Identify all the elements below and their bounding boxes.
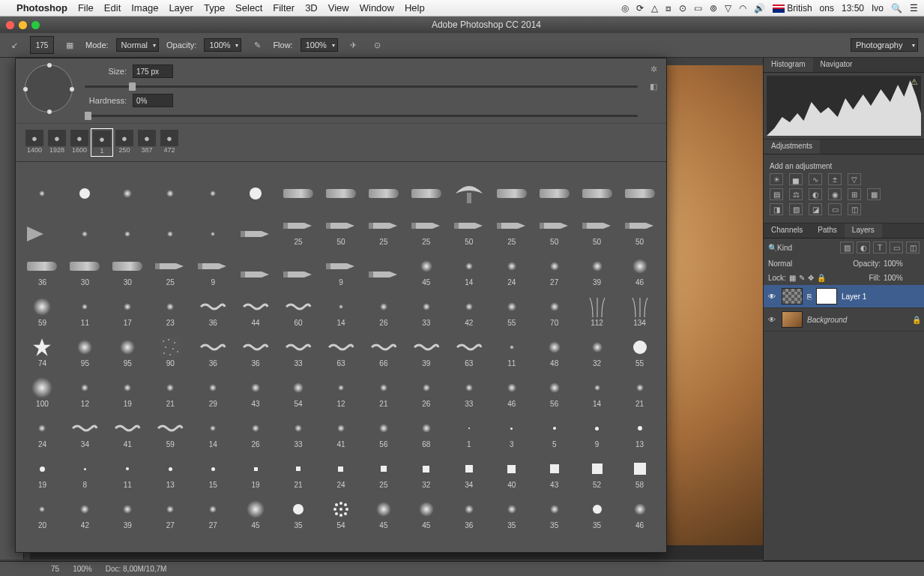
brush-settings-gear-icon[interactable]: ✲	[650, 64, 657, 74]
tab-navigator[interactable]: Navigator	[813, 58, 860, 72]
brush-preset-cell[interactable]: 41	[107, 410, 148, 448]
brush-preset-cell[interactable]: 35	[534, 490, 575, 530]
adj-photo-filter-icon[interactable]: ◉	[828, 188, 842, 200]
brush-preset-cell[interactable]: 35	[576, 490, 617, 530]
brush-preset-cell[interactable]: 11	[107, 450, 148, 489]
brush-preset-cell[interactable]: 45	[363, 490, 404, 530]
brush-preset-cell[interactable]	[278, 166, 319, 206]
recent-brush-chip[interactable]: ●1928	[46, 128, 68, 157]
brush-preset-cell[interactable]: 43	[534, 450, 575, 489]
brush-preset-cell[interactable]: 45	[405, 248, 447, 286]
brush-preset-cell[interactable]: 58	[619, 450, 660, 489]
visibility-icon[interactable]: 👁	[767, 316, 777, 324]
status-day[interactable]: ons	[820, 3, 834, 14]
brush-preset-cell[interactable]: 21	[150, 369, 191, 408]
airbrush-icon[interactable]: ✈	[345, 37, 362, 53]
menu-select[interactable]: Select	[235, 2, 262, 14]
brush-preset-cell[interactable]: 29	[193, 369, 234, 408]
brush-preset-cell[interactable]: 52	[576, 450, 617, 489]
brush-preset-cell[interactable]: 34	[448, 450, 489, 489]
filter-adj-icon[interactable]: ◐	[857, 242, 870, 254]
brush-preset-cell[interactable]: 39	[107, 490, 148, 530]
brush-preset-cell[interactable]: 9	[321, 248, 362, 286]
brush-preset-cell[interactable]: 21	[278, 450, 319, 489]
tool-preset-icon[interactable]: ↙	[6, 37, 22, 53]
zoom-level[interactable]: 100%	[73, 565, 92, 573]
brush-preset-cell[interactable]: 45	[235, 490, 277, 530]
brush-grid-scroll[interactable]: 2550252550255050503630302599451424273946…	[16, 162, 666, 552]
brush-preset-cell[interactable]: 95	[107, 328, 148, 368]
brush-preset-cell[interactable]	[534, 166, 575, 206]
brush-preset-cell[interactable]: 36	[235, 328, 277, 368]
brush-preset-cell[interactable]	[278, 248, 319, 286]
brush-preset-cell[interactable]: 33	[405, 288, 447, 327]
brush-preset-cell[interactable]	[235, 248, 277, 286]
brush-preset-cell[interactable]: 17	[107, 288, 148, 327]
brush-preset-cell[interactable]: 25	[363, 450, 404, 489]
brush-preset-picker[interactable]: 175	[30, 36, 54, 54]
brush-preset-cell[interactable]: 33	[278, 328, 319, 368]
brush-preset-cell[interactable]: 19	[22, 450, 63, 489]
brush-preset-cell[interactable]: 14	[448, 248, 489, 286]
layer-row-layer1[interactable]: 👁 ⎘ Layer 1	[764, 285, 924, 308]
blend-mode-dropdown[interactable]: Normal	[116, 38, 159, 52]
menu-window[interactable]: Window	[360, 2, 394, 14]
brush-preset-cell[interactable]: 26	[405, 369, 447, 408]
status-time[interactable]: 13:50	[842, 3, 864, 14]
layer-row-background[interactable]: 👁 Background 🔒	[764, 308, 924, 332]
status-signal-icon[interactable]: ◠	[739, 3, 746, 14]
brush-preset-cell[interactable]: 9	[193, 248, 234, 286]
brush-preset-cell[interactable]: 43	[235, 369, 277, 408]
minimize-window-button[interactable]	[19, 21, 27, 29]
layer-blend-dropdown[interactable]: Normal	[768, 260, 850, 268]
brush-preset-cell[interactable]	[64, 207, 106, 246]
brush-preset-cell[interactable]: 95	[64, 328, 106, 368]
adj-curves-icon[interactable]: ∿	[809, 173, 822, 185]
filter-shape-icon[interactable]: ▭	[890, 242, 903, 254]
brush-preset-cell[interactable]: 27	[534, 248, 575, 286]
app-menu[interactable]: Photoshop	[16, 2, 67, 14]
brush-preset-cell[interactable]	[150, 207, 191, 246]
brush-preset-cell[interactable]: 25	[491, 207, 532, 246]
doc-info[interactable]: Doc: 8,00M/10,7M	[106, 565, 167, 573]
menu-help[interactable]: Help	[405, 2, 425, 14]
brush-preset-cell[interactable]: 8	[64, 450, 106, 489]
brush-preset-cell[interactable]: 50	[576, 207, 617, 246]
menu-view[interactable]: View	[328, 2, 349, 14]
brush-panel-toggle-icon[interactable]: ▦	[61, 37, 78, 53]
close-window-button[interactable]	[6, 21, 14, 29]
brush-preset-cell[interactable]: 54	[321, 490, 362, 530]
brush-preset-cell[interactable]: 90	[150, 328, 191, 368]
brush-preset-cell[interactable]	[22, 166, 63, 206]
pressure-opacity-icon[interactable]: ✎	[249, 37, 265, 53]
size-slider[interactable]	[85, 86, 638, 88]
recent-brush-chip[interactable]: ●1600	[68, 128, 91, 157]
brush-preset-cell[interactable]: 39	[576, 248, 617, 286]
brush-preset-cell[interactable]	[405, 166, 447, 206]
flow-field[interactable]: 100%	[301, 38, 338, 52]
brush-preset-cell[interactable]	[235, 166, 277, 206]
status-sync-icon[interactable]: ⟳	[636, 3, 644, 14]
brush-preset-cell[interactable]: 36	[22, 248, 63, 286]
status-volume-icon[interactable]: 🔊	[754, 3, 765, 14]
adj-mixer-icon[interactable]: ⊞	[848, 188, 861, 200]
brush-preset-cell[interactable]	[363, 248, 404, 286]
brush-preset-cell[interactable]	[576, 166, 617, 206]
recent-brush-chip[interactable]: ●387	[136, 128, 158, 157]
tab-histogram[interactable]: Histogram	[764, 58, 813, 72]
layer-fill-field[interactable]: 100%	[884, 274, 920, 282]
brush-preset-cell[interactable]: 24	[491, 248, 532, 286]
brush-preset-cell[interactable]: 20	[22, 490, 63, 530]
adj-exposure-icon[interactable]: ±	[828, 173, 842, 185]
brush-preset-cell[interactable]: 30	[64, 248, 106, 286]
opacity-field[interactable]: 100%	[204, 38, 241, 52]
brush-preset-cell[interactable]: 26	[363, 288, 404, 327]
brush-preset-cell[interactable]	[619, 166, 660, 206]
brush-preset-cell[interactable]: 56	[363, 410, 404, 448]
brush-preset-cell[interactable]: 23	[150, 288, 191, 327]
brush-preset-cell[interactable]	[321, 166, 362, 206]
spotlight-icon[interactable]: 🔍	[891, 3, 902, 14]
brush-preset-cell[interactable]: 11	[64, 288, 106, 327]
brush-preset-cell[interactable]	[193, 166, 234, 206]
menu-filter[interactable]: Filter	[273, 2, 295, 14]
